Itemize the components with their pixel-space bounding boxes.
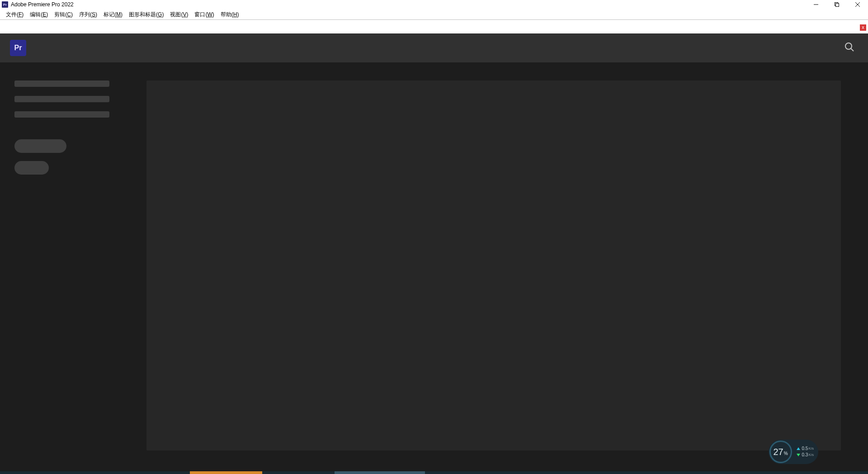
main-content-panel bbox=[146, 81, 841, 450]
app-header: Pr bbox=[0, 33, 868, 62]
menu-view[interactable]: 视图(V) bbox=[167, 9, 191, 20]
menu-file[interactable]: 文件(F) bbox=[3, 9, 27, 20]
svg-line-7 bbox=[851, 48, 854, 51]
skeleton-line bbox=[14, 96, 109, 102]
app-icon: Pr bbox=[2, 1, 8, 8]
logo-text: Pr bbox=[14, 44, 22, 52]
notification-close-icon: x bbox=[862, 25, 864, 30]
close-button[interactable] bbox=[847, 0, 868, 9]
app-icon-text: Pr bbox=[3, 3, 7, 7]
menu-window[interactable]: 窗口(W) bbox=[191, 9, 217, 20]
cpu-percent-value: 27 bbox=[773, 447, 783, 457]
window-title: Adobe Premiere Pro 2022 bbox=[11, 1, 74, 8]
taskbar-app[interactable] bbox=[335, 471, 425, 474]
close-icon bbox=[855, 2, 860, 7]
maximize-button[interactable] bbox=[826, 0, 847, 9]
taskbar[interactable] bbox=[0, 471, 868, 474]
menu-clip[interactable]: 剪辑(C) bbox=[51, 9, 76, 20]
menu-edit[interactable]: 编辑(E) bbox=[27, 9, 51, 20]
network-monitor-widget[interactable]: 27 % 0.5 K/s 0.3 K/s bbox=[769, 440, 818, 464]
menu-graphics[interactable]: 图形和标题(G) bbox=[126, 9, 167, 20]
minimize-icon bbox=[813, 2, 819, 7]
upload-row: 0.5 K/s bbox=[797, 446, 814, 452]
cpu-percent-unit: % bbox=[784, 451, 788, 456]
upload-value: 0.5 bbox=[802, 446, 808, 452]
svg-point-6 bbox=[845, 43, 852, 49]
download-arrow-icon bbox=[797, 454, 800, 456]
maximize-icon bbox=[834, 2, 840, 7]
home-body bbox=[0, 62, 868, 469]
taskbar-active-app[interactable] bbox=[190, 471, 262, 474]
sidebar bbox=[0, 62, 146, 469]
download-row: 0.3 K/s bbox=[797, 452, 814, 458]
notification-close-button[interactable]: x bbox=[860, 24, 866, 31]
upload-arrow-icon bbox=[797, 447, 800, 450]
download-value: 0.3 bbox=[802, 452, 808, 458]
skeleton-line bbox=[14, 81, 109, 87]
skeleton-pill bbox=[14, 161, 49, 175]
titlebar: Pr Adobe Premiere Pro 2022 bbox=[0, 0, 868, 9]
spacer bbox=[14, 127, 132, 139]
window-controls bbox=[806, 0, 868, 9]
search-button[interactable] bbox=[844, 42, 854, 54]
cpu-percent-gauge: 27 % bbox=[769, 441, 792, 463]
network-rates: 0.5 K/s 0.3 K/s bbox=[797, 446, 814, 458]
menubar: 文件(F) 编辑(E) 剪辑(C) 序列(S) 标记(M) 图形和标题(G) 视… bbox=[0, 9, 868, 20]
download-unit: K/s bbox=[808, 452, 814, 458]
search-icon bbox=[844, 42, 854, 52]
svg-rect-2 bbox=[836, 4, 839, 7]
premiere-logo: Pr bbox=[10, 40, 26, 56]
menu-markers[interactable]: 标记(M) bbox=[100, 9, 126, 20]
upload-unit: K/s bbox=[808, 446, 814, 452]
skeleton-pill bbox=[14, 139, 66, 153]
minimize-button[interactable] bbox=[806, 0, 826, 9]
menu-help[interactable]: 帮助(H) bbox=[217, 9, 242, 20]
notification-strip: x bbox=[0, 20, 868, 33]
menu-sequence[interactable]: 序列(S) bbox=[76, 9, 100, 20]
skeleton-line bbox=[14, 111, 109, 118]
